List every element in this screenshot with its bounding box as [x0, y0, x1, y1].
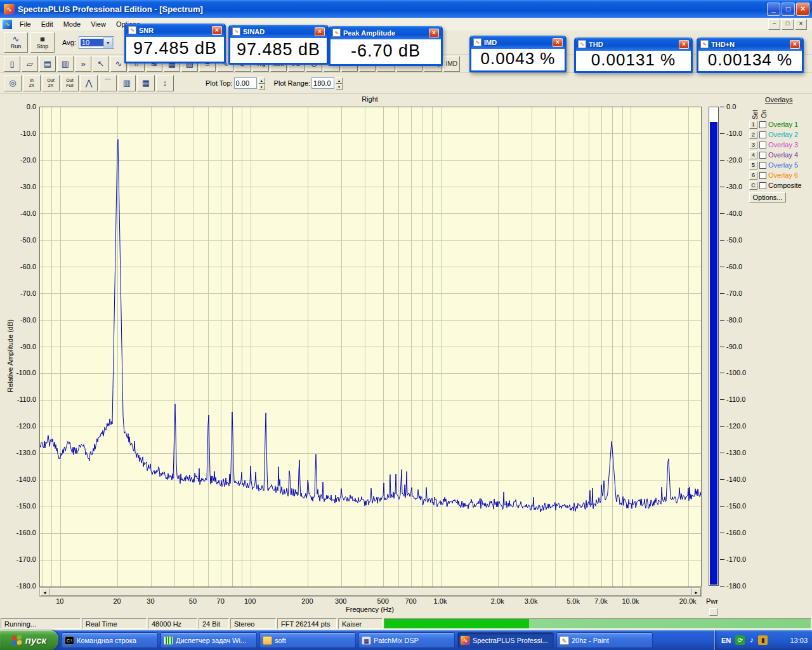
close-icon[interactable]: × — [315, 27, 325, 36]
overlay-set-button-6[interactable]: 6 — [749, 171, 757, 180]
meter-window-imd[interactable]: ∿ IMD × 0.0043 % — [469, 36, 566, 72]
folder-icon — [263, 636, 272, 645]
y-axis-tick-label: -80.0 — [0, 316, 36, 324]
toolbar-button-data-table[interactable]: ▦ — [137, 75, 155, 91]
toolbar-button-pointer[interactable]: ↖ — [93, 56, 109, 72]
meter-titlebar[interactable]: ∿ Peak Amplitude × — [331, 26, 441, 39]
overlay-row: 5Overlay 5 — [749, 160, 802, 170]
toolbar-button-marker-slider[interactable]: ↕ — [156, 75, 174, 91]
spin-down-icon[interactable]: ▼ — [336, 84, 343, 90]
taskbar-button-folder[interactable]: soft — [259, 632, 356, 648]
overlays-options-button[interactable]: Options... — [749, 192, 786, 202]
scroll-right-icon[interactable]: ► — [691, 588, 701, 596]
open-file-icon: ▱ — [27, 59, 33, 69]
averages-combo[interactable]: 10 ▼ — [79, 36, 114, 49]
plot-horizontal-scrollbar[interactable]: ◄ ► — [39, 587, 702, 597]
meter-titlebar[interactable]: ∿ THD × — [576, 37, 691, 51]
overlay-set-button-5[interactable]: 5 — [749, 161, 757, 169]
language-indicator[interactable]: EN — [719, 636, 733, 645]
meter-window-peak-amplitude[interactable]: ∿ Peak Amplitude × -6.70 dB — [329, 26, 443, 66]
overlay-on-checkbox-C[interactable] — [759, 182, 766, 189]
taskbar-button-console[interactable]: C:\Командная строка — [62, 632, 158, 648]
toolbar-button-new-file[interactable]: ▯ — [4, 56, 20, 72]
mdi-restore-icon[interactable]: □ — [782, 19, 794, 30]
overlay-set-button-C[interactable]: C — [749, 182, 757, 190]
plot-range-input[interactable] — [311, 77, 334, 89]
toolbar-button-save-file[interactable]: ▤ — [39, 56, 56, 72]
minimize-icon[interactable]: _ — [767, 3, 780, 16]
meter-window-sinad[interactable]: ∿ SINAD × 97.485 dB — [228, 25, 329, 65]
overlay-set-button-4[interactable]: 4 — [749, 151, 757, 159]
meter-window-thdn[interactable]: ∿ THD+N × 0.00134 % — [697, 37, 804, 73]
spectrum-chart[interactable] — [39, 107, 702, 587]
toolbar-button-smooth-curve[interactable]: ⌒ — [99, 75, 117, 91]
taskbar-button-paint[interactable]: ✎20hz - Paint — [556, 632, 653, 648]
close-icon[interactable]: × — [679, 40, 689, 49]
overlay-on-checkbox-3[interactable] — [759, 142, 766, 149]
meter-titlebar[interactable]: ∿ THD+N × — [698, 37, 802, 51]
y-axis-tick-mark — [720, 479, 724, 480]
volume-icon[interactable]: ♪ — [747, 635, 756, 645]
close-icon[interactable]: × — [212, 26, 222, 35]
menu-item-file[interactable]: File — [15, 19, 36, 29]
close-icon[interactable]: × — [429, 29, 439, 37]
meter-window-snr[interactable]: ∿ SNR × 97.485 dB — [124, 23, 226, 63]
meter-titlebar[interactable]: ∿ SNR × — [126, 23, 224, 37]
menu-item-view[interactable]: View — [86, 19, 111, 29]
taskbar-button-chart[interactable]: Диспетчер задач Wi... — [160, 632, 257, 648]
spectraplus-application-window: ∿ SpectraPLUS Professional Edition - [Sp… — [0, 0, 812, 650]
peak-curve-icon: ⋀ — [86, 79, 93, 88]
toolbar-button-zoom-in-2x[interactable]: In2X — [23, 75, 41, 91]
overlay-set-button-1[interactable]: 1 — [749, 121, 757, 129]
overlay-on-checkbox-1[interactable] — [759, 121, 766, 128]
overlay-on-checkbox-2[interactable] — [759, 131, 766, 138]
toolbar-button-peak-curve[interactable]: ⋀ — [80, 75, 98, 91]
toolbar-button-print[interactable]: ▥ — [57, 56, 74, 72]
scroll-left-icon[interactable]: ◄ — [40, 588, 49, 596]
spin-up-icon[interactable]: ▲ — [258, 77, 265, 84]
meter-titlebar[interactable]: ∿ IMD × — [471, 36, 565, 49]
overlays-set-column-label: Set — [752, 110, 759, 119]
zoom-out-2x-label: 2X — [48, 83, 54, 88]
toolbar-button-imd-meter[interactable]: IMD — [443, 56, 460, 72]
plot-top-spinner[interactable]: ▲▼ — [258, 77, 265, 89]
toolbar-button-histogram[interactable]: ▥ — [118, 75, 136, 91]
spin-up-icon[interactable]: ▲ — [336, 77, 343, 84]
taskbar-button-app[interactable]: ▦PatchMix DSP — [358, 632, 455, 648]
menu-item-edit[interactable]: Edit — [36, 19, 58, 29]
close-icon[interactable]: × — [790, 40, 800, 49]
stop-button[interactable]: ■ Stop — [30, 32, 55, 53]
scrollbar-thumb[interactable] — [49, 588, 691, 596]
meter-titlebar[interactable]: ∿ SINAD × — [230, 25, 327, 38]
plot-range-spinner[interactable]: ▲▼ — [336, 77, 343, 89]
menu-item-mode[interactable]: Mode — [58, 19, 86, 29]
update-icon[interactable]: ⟳ — [735, 635, 745, 645]
status-icon[interactable]: ▮ — [758, 635, 768, 645]
overlay-on-checkbox-6[interactable] — [759, 172, 766, 179]
toolbar-button-zoom-out-2x[interactable]: Out2X — [42, 75, 60, 91]
window-titlebar[interactable]: ∿ SpectraPLUS Professional Edition - [Sp… — [0, 0, 812, 18]
close-icon[interactable]: × — [553, 38, 563, 47]
toolbar-button-zoom-out-full[interactable]: OutFull — [61, 75, 79, 91]
power-window-icon[interactable] — [709, 608, 717, 616]
combo-dropdown-icon[interactable]: ▼ — [103, 37, 113, 48]
taskbar-button-spectra[interactable]: ∿SpectraPLUS Professi... — [457, 632, 554, 648]
toolbar-button-fast-forward[interactable]: » — [75, 56, 91, 72]
x-axis-tick-label: 1.0k — [434, 597, 447, 605]
start-button[interactable]: пуск — [0, 630, 58, 650]
toolbar-button-open-file[interactable]: ▱ — [22, 56, 38, 72]
overlay-on-checkbox-5[interactable] — [759, 162, 766, 169]
overlays-heading: Overlays — [765, 96, 792, 103]
run-button[interactable]: ∿ Run — [4, 32, 28, 53]
maximize-icon[interactable]: □ — [782, 3, 795, 16]
toolbar-button-zoom-tool[interactable]: ◎ — [4, 75, 22, 91]
overlay-set-button-2[interactable]: 2 — [749, 131, 757, 139]
overlay-set-button-3[interactable]: 3 — [749, 141, 757, 149]
meter-window-thd[interactable]: ∿ THD × 0.00131 % — [574, 37, 693, 73]
close-icon[interactable]: × — [796, 3, 809, 16]
mdi-minimize-icon[interactable]: – — [768, 19, 780, 30]
spin-down-icon[interactable]: ▼ — [258, 84, 265, 90]
mdi-close-icon[interactable]: × — [795, 19, 807, 30]
plot-top-input[interactable] — [234, 77, 257, 89]
overlay-on-checkbox-4[interactable] — [759, 152, 766, 159]
